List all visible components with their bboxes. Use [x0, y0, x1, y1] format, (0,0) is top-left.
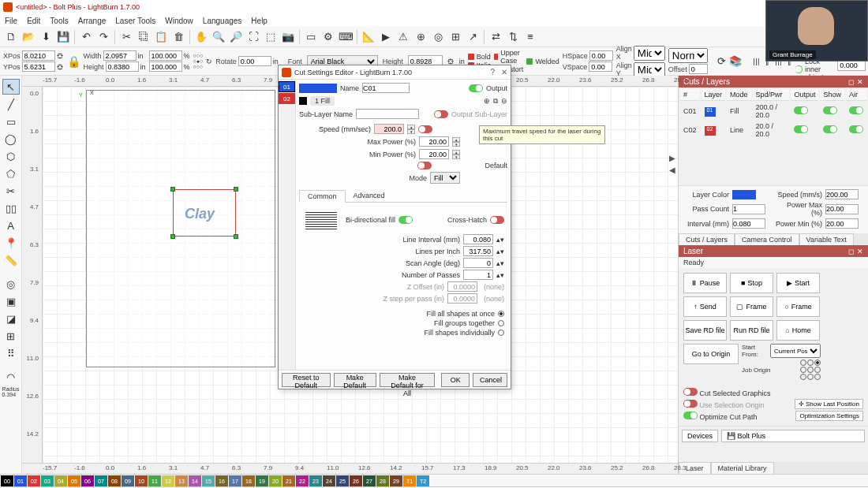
resize-handle[interactable] — [170, 234, 175, 239]
height-pct-input[interactable] — [149, 61, 182, 72]
ok-button[interactable]: OK — [441, 373, 470, 387]
normal-select[interactable]: Normal — [668, 48, 708, 63]
home-button[interactable]: ⌂ Home — [776, 320, 820, 341]
passes-input[interactable] — [463, 270, 493, 280]
zoom-in-icon[interactable]: 🔍 — [211, 29, 226, 45]
zoom-selection-icon[interactable]: ⬚ — [263, 29, 279, 45]
color-swatch[interactable]: 02 — [28, 475, 40, 486]
zoom-frame-icon[interactable]: ⛶ — [245, 29, 261, 45]
output-sublayer-toggle[interactable] — [434, 110, 448, 118]
menu-tools[interactable]: Tools — [50, 17, 68, 25]
selection-box[interactable]: Clay — [173, 189, 236, 237]
optimize-toggle[interactable] — [683, 412, 698, 419]
flip-v-icon[interactable]: ⇅ — [505, 29, 521, 45]
origin-radio[interactable] — [807, 367, 814, 373]
text-tool-icon[interactable]: A — [2, 218, 20, 233]
layer-color-swatch[interactable] — [732, 190, 756, 199]
dialog-close-icon[interactable]: ✕ — [501, 68, 507, 76]
camera-icon[interactable]: 📷 — [280, 29, 296, 45]
color-swatch[interactable]: 17 — [229, 475, 241, 486]
panel-float-icon[interactable]: ◻ — [848, 78, 854, 86]
color-swatch[interactable]: 13 — [175, 475, 188, 486]
color-swatch[interactable]: 08 — [108, 475, 121, 486]
passcount-input[interactable] — [732, 204, 765, 214]
color-swatch[interactable]: 18 — [242, 475, 255, 486]
rotate-input[interactable] — [238, 56, 271, 66]
tab-material-library[interactable]: Material Library — [711, 462, 774, 474]
color-swatch[interactable]: 22 — [296, 475, 309, 486]
save-icon[interactable]: 💾 — [55, 29, 71, 45]
grid-tool-icon[interactable]: ⠿ — [2, 345, 20, 361]
menu-languages[interactable]: Languages — [203, 17, 242, 25]
dist-h-icon[interactable]: ⫼ — [751, 54, 761, 69]
output-toggle[interactable] — [469, 84, 483, 92]
zoffset-input[interactable] — [447, 281, 477, 292]
panel-float-icon[interactable]: ◻ — [848, 248, 854, 255]
offset-input[interactable] — [689, 64, 708, 74]
console-icon[interactable]: ⌨ — [338, 29, 354, 45]
send-button[interactable]: ↑ Send — [683, 296, 727, 317]
stop-button[interactable]: ■ Stop — [730, 273, 773, 293]
cut-selected-toggle[interactable] — [683, 388, 698, 396]
aligny-select[interactable]: Middle — [634, 62, 665, 77]
collapse-left-icon[interactable]: ◀ — [669, 166, 675, 174]
color-swatch[interactable]: 26 — [350, 475, 362, 486]
dup-sublayer-icon[interactable]: ⧉ — [493, 97, 498, 106]
menu-arrange[interactable]: Arrange — [78, 17, 107, 25]
make-default-button[interactable]: Make Default — [334, 373, 376, 387]
gears-icon[interactable]: ⚙ — [320, 29, 336, 45]
origin-radio[interactable] — [814, 359, 821, 366]
resize-handle[interactable] — [234, 187, 238, 192]
ypos-input[interactable] — [22, 61, 55, 72]
lpi-input[interactable] — [463, 246, 493, 256]
warning-icon[interactable]: ⚠ — [395, 29, 411, 45]
flip-h-icon[interactable]: ⇄ — [488, 29, 503, 45]
rect-tool-icon[interactable]: ▭ — [2, 114, 20, 129]
origin-radio[interactable] — [800, 359, 806, 366]
bidir-toggle[interactable] — [398, 216, 413, 224]
color-swatch[interactable]: T1 — [403, 475, 416, 486]
uppercase-toggle[interactable] — [494, 54, 498, 60]
color-swatch[interactable]: 00 — [1, 475, 13, 486]
expand-right-icon[interactable]: ▶ — [669, 154, 675, 162]
color-swatch[interactable]: 05 — [68, 475, 80, 486]
origin-radio[interactable] — [814, 367, 821, 373]
panel-close-icon[interactable]: ✕ — [857, 78, 863, 86]
color-swatch[interactable]: 21 — [282, 475, 295, 486]
color-swatch[interactable]: 23 — [309, 475, 322, 486]
padding-input[interactable] — [837, 61, 866, 71]
color-swatch[interactable]: 29 — [390, 475, 402, 486]
send-icon[interactable]: ↗ — [465, 29, 481, 45]
select-tool-icon[interactable]: ↖ — [2, 79, 20, 95]
lock-icon[interactable]: 🔒 — [67, 55, 80, 68]
del-sublayer-icon[interactable]: ⊖ — [501, 97, 507, 105]
edit-nodes-icon[interactable]: ✂ — [2, 183, 20, 199]
zoom-out-icon[interactable]: 🔎 — [228, 29, 244, 45]
tab-camera-control[interactable]: Camera Control — [735, 233, 799, 245]
align-icon[interactable]: ≡ — [522, 29, 538, 45]
color-swatch[interactable]: 14 — [189, 475, 201, 486]
min-default-toggle[interactable] — [417, 162, 432, 169]
table-row[interactable]: C0101Fill200.0 / 20.0 — [680, 102, 866, 120]
fill-all-radio[interactable] — [498, 311, 504, 317]
ellipse-tool-icon[interactable]: ◯ — [2, 131, 20, 147]
redo-icon[interactable]: ↷ — [95, 29, 111, 45]
cancel-button[interactable]: Cancel — [473, 373, 507, 387]
powermax-input[interactable] — [825, 204, 859, 214]
paste-icon[interactable]: 📋 — [153, 29, 169, 45]
undo-icon[interactable]: ↶ — [78, 29, 94, 45]
resize-handle[interactable] — [234, 234, 238, 239]
position-tool-icon[interactable]: 📍 — [2, 235, 20, 251]
save-rd-button[interactable]: Save RD file — [683, 320, 727, 341]
dlg-minpower-input[interactable] — [419, 149, 449, 159]
tab-cuts-layers[interactable]: Cuts / Layers — [679, 233, 735, 245]
color-swatch[interactable]: 15 — [202, 475, 215, 486]
tabs-tool-icon[interactable]: ▯▯ — [2, 200, 20, 216]
alignx-select[interactable]: Middle — [634, 46, 665, 61]
color-swatch[interactable]: 07 — [95, 475, 107, 486]
color-swatch[interactable]: 03 — [41, 475, 54, 486]
pan-icon[interactable]: ✋ — [193, 29, 209, 45]
goto-origin-button[interactable]: Go to Origin — [683, 344, 739, 364]
tab-variable-text[interactable]: Variable Text — [799, 233, 854, 245]
dlg-maxpower-input[interactable] — [419, 136, 449, 147]
